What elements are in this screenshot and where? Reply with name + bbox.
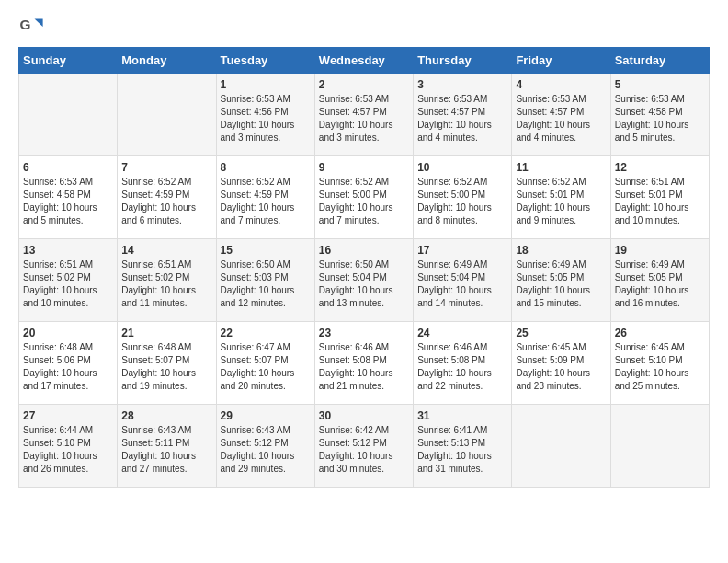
day-number: 31 bbox=[417, 409, 507, 422]
day-number: 3 bbox=[417, 78, 507, 91]
calendar-cell: 2Sunrise: 6:53 AM Sunset: 4:57 PM Daylig… bbox=[314, 74, 413, 156]
day-info: Sunrise: 6:50 AM Sunset: 5:04 PM Dayligh… bbox=[319, 259, 393, 308]
day-info: Sunrise: 6:53 AM Sunset: 4:57 PM Dayligh… bbox=[417, 94, 492, 143]
day-info: Sunrise: 6:52 AM Sunset: 5:00 PM Dayligh… bbox=[319, 177, 393, 225]
calendar-cell: 21Sunrise: 6:48 AM Sunset: 5:07 PM Dayli… bbox=[118, 322, 216, 405]
calendar-cell: 3Sunrise: 6:53 AM Sunset: 4:57 PM Daylig… bbox=[414, 74, 512, 156]
calendar-cell: 17Sunrise: 6:49 AM Sunset: 5:04 PM Dayli… bbox=[414, 239, 512, 322]
day-info: Sunrise: 6:53 AM Sunset: 4:56 PM Dayligh… bbox=[221, 94, 295, 143]
calendar-header: SundayMondayTuesdayWednesdayThursdayFrid… bbox=[19, 48, 710, 74]
day-number: 7 bbox=[121, 161, 211, 174]
calendar-cell: 4Sunrise: 6:53 AM Sunset: 4:57 PM Daylig… bbox=[512, 74, 610, 156]
day-info: Sunrise: 6:47 AM Sunset: 5:07 PM Dayligh… bbox=[221, 342, 295, 391]
day-info: Sunrise: 6:48 AM Sunset: 5:07 PM Dayligh… bbox=[121, 342, 196, 391]
day-info: Sunrise: 6:51 AM Sunset: 5:01 PM Dayligh… bbox=[615, 177, 689, 225]
calendar-cell: 22Sunrise: 6:47 AM Sunset: 5:07 PM Dayli… bbox=[216, 322, 314, 405]
day-number: 24 bbox=[417, 327, 507, 339]
day-info: Sunrise: 6:49 AM Sunset: 5:05 PM Dayligh… bbox=[615, 259, 689, 308]
calendar-cell: 14Sunrise: 6:51 AM Sunset: 5:02 PM Dayli… bbox=[118, 239, 216, 322]
calendar-cell bbox=[19, 74, 118, 156]
calendar-cell: 7Sunrise: 6:52 AM Sunset: 4:59 PM Daylig… bbox=[118, 156, 216, 239]
calendar-week-row: 27Sunrise: 6:44 AM Sunset: 5:10 PM Dayli… bbox=[19, 405, 710, 488]
calendar-cell: 15Sunrise: 6:50 AM Sunset: 5:03 PM Dayli… bbox=[216, 239, 314, 322]
day-number: 14 bbox=[121, 244, 211, 257]
calendar-cell: 10Sunrise: 6:52 AM Sunset: 5:00 PM Dayli… bbox=[414, 156, 512, 239]
day-info: Sunrise: 6:51 AM Sunset: 5:02 PM Dayligh… bbox=[23, 259, 97, 308]
day-number: 4 bbox=[516, 78, 606, 91]
calendar-cell bbox=[512, 405, 610, 488]
day-number: 30 bbox=[319, 409, 409, 422]
calendar-cell: 19Sunrise: 6:49 AM Sunset: 5:05 PM Dayli… bbox=[610, 239, 709, 322]
day-info: Sunrise: 6:43 AM Sunset: 5:12 PM Dayligh… bbox=[221, 425, 295, 474]
calendar-cell: 13Sunrise: 6:51 AM Sunset: 5:02 PM Dayli… bbox=[19, 239, 118, 322]
calendar-cell: 9Sunrise: 6:52 AM Sunset: 5:00 PM Daylig… bbox=[314, 156, 413, 239]
page-header: G bbox=[18, 9, 710, 40]
day-number: 23 bbox=[319, 327, 409, 339]
day-info: Sunrise: 6:46 AM Sunset: 5:08 PM Dayligh… bbox=[319, 342, 393, 391]
calendar-cell: 16Sunrise: 6:50 AM Sunset: 5:04 PM Dayli… bbox=[314, 239, 413, 322]
calendar-cell: 6Sunrise: 6:53 AM Sunset: 4:58 PM Daylig… bbox=[19, 156, 118, 239]
calendar-cell: 28Sunrise: 6:43 AM Sunset: 5:11 PM Dayli… bbox=[118, 405, 216, 488]
day-of-week-header: Saturday bbox=[610, 48, 709, 74]
day-number: 27 bbox=[23, 409, 113, 422]
day-info: Sunrise: 6:52 AM Sunset: 4:59 PM Dayligh… bbox=[121, 177, 196, 225]
day-info: Sunrise: 6:48 AM Sunset: 5:06 PM Dayligh… bbox=[23, 342, 97, 391]
day-info: Sunrise: 6:52 AM Sunset: 4:59 PM Dayligh… bbox=[221, 177, 295, 225]
day-info: Sunrise: 6:46 AM Sunset: 5:08 PM Dayligh… bbox=[417, 342, 492, 391]
day-of-week-header: Sunday bbox=[19, 48, 118, 74]
calendar-week-row: 6Sunrise: 6:53 AM Sunset: 4:58 PM Daylig… bbox=[19, 156, 710, 239]
day-number: 20 bbox=[23, 327, 113, 339]
logo: G bbox=[18, 14, 48, 40]
calendar-cell: 31Sunrise: 6:41 AM Sunset: 5:13 PM Dayli… bbox=[414, 405, 512, 488]
calendar-cell: 18Sunrise: 6:49 AM Sunset: 5:05 PM Dayli… bbox=[512, 239, 610, 322]
day-number: 15 bbox=[221, 244, 311, 257]
day-number: 6 bbox=[23, 161, 113, 174]
day-of-week-header: Friday bbox=[512, 48, 610, 74]
day-info: Sunrise: 6:53 AM Sunset: 4:57 PM Dayligh… bbox=[319, 94, 393, 143]
day-number: 29 bbox=[221, 409, 311, 422]
day-info: Sunrise: 6:53 AM Sunset: 4:58 PM Dayligh… bbox=[615, 94, 689, 143]
calendar-table: SundayMondayTuesdayWednesdayThursdayFrid… bbox=[18, 47, 710, 488]
svg-text:G: G bbox=[19, 17, 30, 32]
day-of-week-header: Monday bbox=[118, 48, 216, 74]
calendar-cell: 29Sunrise: 6:43 AM Sunset: 5:12 PM Dayli… bbox=[216, 405, 314, 488]
day-number: 22 bbox=[221, 327, 311, 339]
calendar-cell: 24Sunrise: 6:46 AM Sunset: 5:08 PM Dayli… bbox=[414, 322, 512, 405]
day-number: 1 bbox=[221, 78, 311, 91]
day-number: 8 bbox=[221, 161, 311, 174]
day-info: Sunrise: 6:53 AM Sunset: 4:58 PM Dayligh… bbox=[23, 177, 97, 225]
calendar-body: 1Sunrise: 6:53 AM Sunset: 4:56 PM Daylig… bbox=[19, 74, 710, 488]
day-of-week-header: Thursday bbox=[414, 48, 512, 74]
calendar-week-row: 1Sunrise: 6:53 AM Sunset: 4:56 PM Daylig… bbox=[19, 74, 710, 156]
calendar-cell: 25Sunrise: 6:45 AM Sunset: 5:09 PM Dayli… bbox=[512, 322, 610, 405]
day-number: 18 bbox=[516, 244, 606, 257]
day-info: Sunrise: 6:45 AM Sunset: 5:10 PM Dayligh… bbox=[615, 342, 689, 391]
day-number: 11 bbox=[516, 161, 606, 174]
day-number: 28 bbox=[121, 409, 211, 422]
day-info: Sunrise: 6:52 AM Sunset: 5:01 PM Dayligh… bbox=[516, 177, 590, 225]
day-number: 21 bbox=[121, 327, 211, 339]
day-of-week-header: Wednesday bbox=[314, 48, 413, 74]
calendar-cell bbox=[118, 74, 216, 156]
calendar-cell: 20Sunrise: 6:48 AM Sunset: 5:06 PM Dayli… bbox=[19, 322, 118, 405]
day-info: Sunrise: 6:53 AM Sunset: 4:57 PM Dayligh… bbox=[516, 94, 590, 143]
calendar-cell: 23Sunrise: 6:46 AM Sunset: 5:08 PM Dayli… bbox=[314, 322, 413, 405]
day-number: 2 bbox=[319, 78, 409, 91]
days-of-week-row: SundayMondayTuesdayWednesdayThursdayFrid… bbox=[19, 48, 710, 74]
calendar-week-row: 13Sunrise: 6:51 AM Sunset: 5:02 PM Dayli… bbox=[19, 239, 710, 322]
calendar-cell: 26Sunrise: 6:45 AM Sunset: 5:10 PM Dayli… bbox=[610, 322, 709, 405]
day-info: Sunrise: 6:49 AM Sunset: 5:05 PM Dayligh… bbox=[516, 259, 590, 308]
day-of-week-header: Tuesday bbox=[216, 48, 314, 74]
day-info: Sunrise: 6:52 AM Sunset: 5:00 PM Dayligh… bbox=[417, 177, 492, 225]
day-info: Sunrise: 6:43 AM Sunset: 5:11 PM Dayligh… bbox=[121, 425, 196, 474]
day-number: 26 bbox=[615, 327, 705, 339]
calendar-cell: 27Sunrise: 6:44 AM Sunset: 5:10 PM Dayli… bbox=[19, 405, 118, 488]
day-info: Sunrise: 6:44 AM Sunset: 5:10 PM Dayligh… bbox=[23, 425, 97, 474]
day-number: 16 bbox=[319, 244, 409, 257]
day-number: 5 bbox=[615, 78, 705, 91]
day-number: 9 bbox=[319, 161, 409, 174]
calendar-cell: 8Sunrise: 6:52 AM Sunset: 4:59 PM Daylig… bbox=[216, 156, 314, 239]
calendar-week-row: 20Sunrise: 6:48 AM Sunset: 5:06 PM Dayli… bbox=[19, 322, 710, 405]
day-info: Sunrise: 6:42 AM Sunset: 5:12 PM Dayligh… bbox=[319, 425, 393, 474]
calendar-cell bbox=[610, 405, 709, 488]
